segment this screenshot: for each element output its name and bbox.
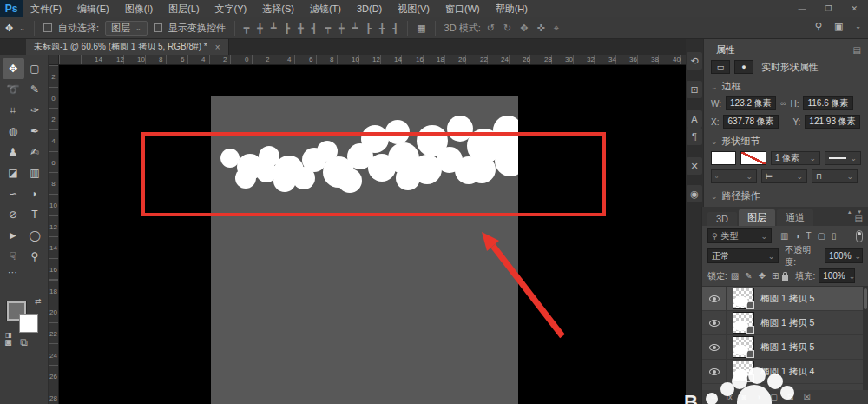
healing-brush-tool[interactable]: ◍ bbox=[3, 121, 24, 142]
quick-select-tool[interactable]: ✎ bbox=[24, 79, 46, 100]
marquee-tool[interactable]: ▢ bbox=[24, 58, 46, 79]
panel-collapse-icon[interactable]: ▴ bbox=[848, 209, 852, 215]
filter-smart-object-icon[interactable]: ▯ bbox=[832, 231, 837, 241]
character-panel-icon[interactable]: A bbox=[687, 110, 702, 128]
distribute-bottom-icon[interactable]: ┷ bbox=[352, 23, 358, 34]
menu-item[interactable]: 窗口(W) bbox=[437, 0, 488, 17]
align-vcenter-icon[interactable]: ╋ bbox=[257, 23, 263, 34]
stroke-corners-select[interactable]: ⊓ ⌄ bbox=[812, 169, 858, 183]
tab-channels[interactable]: 通道 bbox=[777, 209, 813, 226]
distribute-left-icon[interactable]: ┠ bbox=[365, 23, 372, 34]
panel-menu-icon[interactable]: ▤ bbox=[855, 214, 863, 223]
workspace-icon[interactable]: ▣ bbox=[834, 21, 843, 32]
visibility-eye-icon[interactable] bbox=[709, 295, 720, 302]
menu-item[interactable]: 图层(L) bbox=[161, 0, 207, 17]
quick-mask-icon[interactable]: ◙ bbox=[5, 336, 11, 348]
y-field[interactable]: 121.93 像素 bbox=[805, 115, 860, 129]
x-field[interactable]: 637.78 像素 bbox=[723, 115, 779, 129]
layer-row[interactable]: 椭圆 1 拷贝 5 bbox=[702, 287, 868, 311]
chevron-down-icon[interactable]: ⌄ bbox=[711, 83, 718, 91]
filter-adjustment-icon[interactable]: ◑ bbox=[794, 231, 799, 241]
eyedropper-tool[interactable]: ✑ bbox=[24, 100, 46, 121]
tab-3d[interactable]: 3D bbox=[707, 212, 737, 226]
visibility-eye-icon[interactable] bbox=[709, 368, 720, 375]
distribute-right-icon[interactable]: ┨ bbox=[393, 23, 399, 34]
visibility-eye-icon[interactable] bbox=[709, 344, 720, 351]
menu-item[interactable]: 选择(S) bbox=[254, 0, 302, 17]
live-rect-icon[interactable]: ▭ bbox=[711, 60, 730, 74]
auto-select-checkbox[interactable] bbox=[43, 23, 52, 32]
tab-close-icon[interactable]: × bbox=[215, 43, 220, 52]
delete-layer-icon[interactable]: ☒ bbox=[803, 393, 810, 401]
tab-layers[interactable]: 图层 bbox=[739, 209, 775, 226]
menu-item[interactable]: 帮助(H) bbox=[488, 0, 536, 17]
menu-item[interactable]: 文字(Y) bbox=[207, 0, 255, 17]
distribute-top-icon[interactable]: ┯ bbox=[325, 23, 331, 34]
document-tab[interactable]: 未标题-1 @ 60.6% (椭圆 1 拷贝 5, RGB/8#) * × bbox=[26, 39, 229, 55]
filter-pixel-icon[interactable]: ▥ bbox=[780, 231, 788, 241]
clone-stamp-tool[interactable]: ♟ bbox=[3, 142, 24, 162]
height-field[interactable]: 116.6 像素 bbox=[803, 96, 853, 110]
filter-type-icon[interactable]: T bbox=[806, 231, 812, 241]
document-canvas[interactable] bbox=[211, 96, 518, 404]
paint-bucket-tool[interactable]: ◗ bbox=[24, 183, 46, 204]
link-dimensions-icon[interactable]: ∞ bbox=[780, 99, 786, 108]
distribute-hcenter-icon[interactable]: ╂ bbox=[379, 23, 385, 34]
layer-filter-select[interactable]: ⚲ 类型 ⌄ bbox=[707, 228, 772, 243]
panel-menu-icon[interactable]: ▤ bbox=[853, 45, 861, 55]
slide-3d-icon[interactable]: ✜ bbox=[536, 23, 544, 34]
stroke-style-select[interactable]: ⌄ bbox=[825, 151, 861, 165]
chevron-down-icon[interactable]: ⌄ bbox=[711, 137, 718, 146]
clone-source-panel-icon[interactable]: ⊡ bbox=[687, 81, 702, 98]
creative-cloud-icon[interactable]: ◉ bbox=[687, 185, 702, 202]
show-transform-checkbox[interactable] bbox=[154, 23, 162, 32]
layer-thumbnail[interactable] bbox=[733, 312, 754, 334]
align-right-icon[interactable]: ┫ bbox=[312, 23, 318, 34]
pan-3d-icon[interactable]: ✥ bbox=[520, 23, 528, 34]
close-icon[interactable]: ✕ bbox=[851, 4, 858, 13]
lock-transparency-icon[interactable]: ▨ bbox=[731, 271, 739, 281]
minimize-icon[interactable]: — bbox=[798, 4, 806, 13]
lock-position-icon[interactable]: ✥ bbox=[759, 271, 766, 281]
layer-thumbnail[interactable] bbox=[733, 361, 754, 382]
menu-item[interactable]: 编辑(E) bbox=[69, 0, 117, 17]
fill-color-swatch[interactable] bbox=[711, 151, 736, 165]
stroke-align-select[interactable]: ▫ ⌄ bbox=[711, 169, 757, 183]
layer-group-icon[interactable]: ▢ bbox=[770, 393, 778, 401]
lock-all-icon[interactable] bbox=[782, 275, 788, 281]
scrollbar-thumb[interactable] bbox=[864, 288, 867, 309]
shape-tool[interactable]: ◯ bbox=[24, 225, 46, 246]
adjustment-layer-icon[interactable]: ◑ bbox=[756, 393, 760, 401]
search-icon[interactable]: ⚲ bbox=[815, 21, 822, 32]
properties-tab[interactable]: 属性 bbox=[716, 43, 735, 56]
layer-mask-icon[interactable]: ◙ bbox=[741, 393, 746, 401]
fill-select[interactable]: 100% ⌄ bbox=[819, 268, 855, 283]
layer-effects-icon[interactable]: fx bbox=[726, 393, 732, 401]
link-layers-icon[interactable]: ∞ bbox=[711, 393, 716, 401]
zoom-tool[interactable]: ⚲ bbox=[24, 246, 46, 267]
distribute-vcenter-icon[interactable]: ┿ bbox=[339, 23, 345, 34]
zoom-3d-icon[interactable]: ⌖ bbox=[554, 23, 559, 34]
layers-scrollbar[interactable] bbox=[863, 287, 868, 390]
eraser-tool[interactable]: ◪ bbox=[3, 162, 24, 183]
gradient-tool[interactable]: ▥ bbox=[24, 162, 46, 183]
path-select-tool[interactable]: ► bbox=[3, 225, 24, 246]
swap-colors-icon[interactable]: ⇄ bbox=[35, 297, 42, 306]
more-tools-icon[interactable]: ⋯ bbox=[0, 267, 48, 279]
workspace-chevron-icon[interactable]: ⌄ bbox=[855, 23, 861, 30]
layer-row[interactable]: 椭圆 1 拷贝 4 bbox=[702, 360, 868, 384]
filter-shape-icon[interactable]: ▢ bbox=[818, 231, 825, 241]
visibility-eye-icon[interactable] bbox=[709, 320, 720, 327]
menu-item[interactable]: 图像(I) bbox=[117, 0, 161, 17]
opacity-select[interactable]: 100% ⌄ bbox=[825, 248, 863, 263]
crop-tool[interactable]: ⌗ bbox=[3, 100, 24, 121]
layer-row[interactable]: 椭圆 1 拷贝 5 bbox=[702, 335, 868, 360]
width-field[interactable]: 123.2 像素 bbox=[726, 96, 776, 110]
lock-pixels-icon[interactable]: ✎ bbox=[745, 271, 752, 281]
brush-tool[interactable]: ✒ bbox=[24, 121, 46, 142]
layer-row[interactable]: 椭圆 1 拷贝 5 bbox=[702, 311, 868, 335]
paragraph-panel-icon[interactable]: ¶ bbox=[687, 128, 702, 145]
stroke-color-swatch[interactable] bbox=[740, 151, 766, 165]
live-ellipse-icon[interactable]: ● bbox=[734, 60, 753, 74]
hand-tool[interactable]: ☟ bbox=[3, 246, 24, 267]
